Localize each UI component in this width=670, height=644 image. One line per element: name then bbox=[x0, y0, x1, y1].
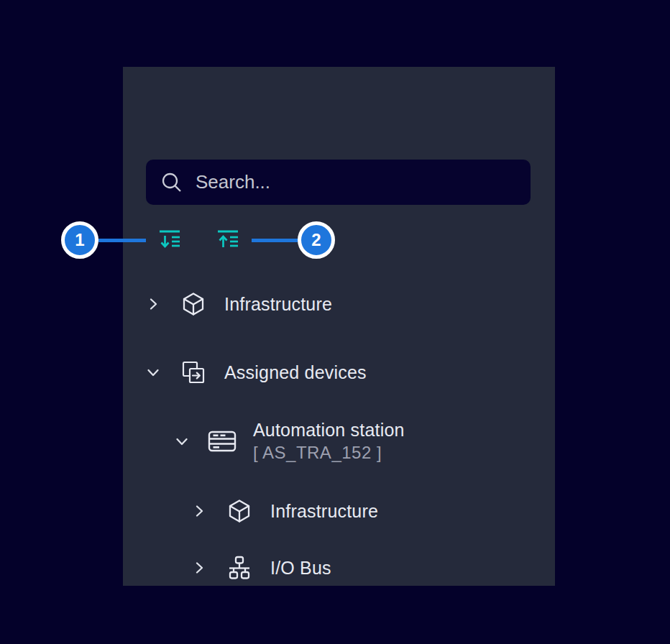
annotation-number: 2 bbox=[311, 230, 321, 250]
automation-station-icon bbox=[208, 427, 237, 456]
io-bus-icon bbox=[225, 553, 254, 582]
tree-item-automation-station[interactable]: Automation station [ AS_TRA_152 ] bbox=[123, 415, 555, 467]
tree-item-assigned-devices[interactable]: Assigned devices bbox=[123, 355, 555, 390]
search-box bbox=[146, 160, 531, 205]
tree-expand-all-button[interactable] bbox=[154, 224, 185, 256]
tree-item-label: Automation station bbox=[253, 419, 405, 441]
chevron-right-icon[interactable] bbox=[146, 297, 160, 311]
cube-icon bbox=[225, 497, 254, 525]
cube-icon bbox=[179, 290, 208, 318]
annotation-badge-1: 1 bbox=[61, 221, 98, 259]
tree-item-label: Assigned devices bbox=[224, 362, 367, 384]
tree-item-infrastructure[interactable]: Infrastructure bbox=[123, 287, 555, 321]
annotation-number: 1 bbox=[75, 230, 84, 250]
tree-item-label: Infrastructure bbox=[270, 500, 378, 523]
chevron-down-icon[interactable] bbox=[146, 365, 160, 380]
search-input[interactable] bbox=[194, 170, 531, 194]
annotation-line-2 bbox=[252, 239, 298, 242]
chevron-down-icon[interactable] bbox=[175, 434, 189, 448]
tree-collapse-all-button[interactable] bbox=[212, 224, 244, 256]
chevron-right-icon[interactable] bbox=[192, 561, 206, 575]
tree-item-label: Infrastructure bbox=[224, 293, 332, 316]
annotation-badge-2: 2 bbox=[298, 221, 335, 259]
tree-expand-all-icon bbox=[157, 229, 182, 252]
tree-collapse-all-icon bbox=[216, 229, 240, 252]
chevron-right-icon[interactable] bbox=[192, 504, 206, 518]
tree-item-io-bus[interactable]: I/O Bus bbox=[123, 551, 555, 585]
device-tree-panel: Infrastructure Assigned devices bbox=[123, 67, 555, 586]
annotation-line-1 bbox=[98, 239, 146, 242]
tree-item-label: I/O Bus bbox=[270, 557, 331, 579]
tree-item-infrastructure-nested[interactable]: Infrastructure bbox=[123, 494, 555, 528]
assigned-devices-icon bbox=[179, 358, 208, 387]
search-icon bbox=[160, 171, 183, 194]
tree-item-sublabel: [ AS_TRA_152 ] bbox=[253, 441, 405, 464]
